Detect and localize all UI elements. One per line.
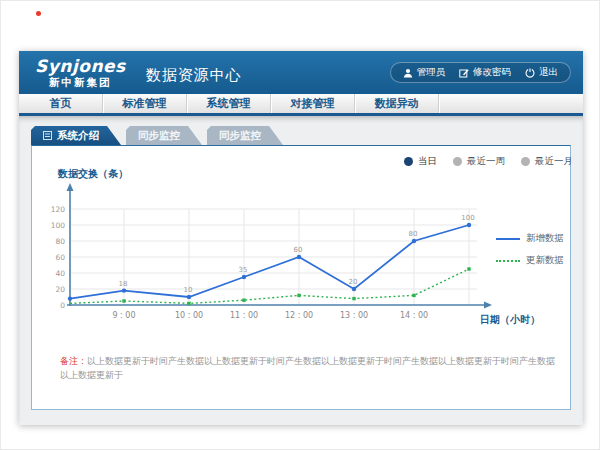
tab-system-intro-label: 系统介绍 [57,126,99,145]
data-point-label: 35 [239,266,248,274]
data-point [187,295,191,299]
admin-user-label: 管理员 [417,66,446,79]
nav-item-home[interactable]: 首页 [19,94,103,113]
y-tick-label: 20 [55,285,65,294]
brand-logo-en: Synjones [35,58,126,75]
tab-system-intro[interactable]: 系统介绍 [31,126,121,145]
y-axis-arrow [67,183,74,191]
x-tick-label: 10 : 00 [175,311,203,320]
nav-item-standard-mgmt[interactable]: 标准管理 [103,94,187,113]
data-point-label: 80 [409,230,418,238]
y-tick-label: 80 [55,237,65,246]
edit-icon [459,68,469,78]
x-tick-label: 12 : 00 [285,311,313,320]
data-point [412,239,416,243]
user-icon [403,68,413,78]
data-point-label: 18 [119,280,128,288]
logout-label: 退出 [539,66,558,79]
y-tick-label: 0 [60,301,65,310]
change-password-label: 修改密码 [473,66,511,79]
footer-note-text: 以上数据更新于时间产生数据以上数据更新于时间产生数据以上数据更新于时间产生数据以… [60,356,555,380]
data-point-label: 20 [349,278,358,286]
data-point [242,299,245,302]
header: Synjones 新中新集团 数据资源中心 管理员 修改密码 退出 [19,51,583,94]
x-tick-label: 14 : 00 [400,311,428,320]
document-icon [43,131,52,140]
chart-panel: 当日 最近一周 最近一月 0204060801001209 : 0010 : 0… [31,145,571,410]
admin-user-button[interactable]: 管理员 [403,66,446,79]
tab-sync-monitor-1[interactable]: 同步监控 [126,126,202,145]
exchange-line-chart: 0204060801001209 : 0010 : 0011 : 0012 : … [32,146,572,346]
series-line-1 [70,269,469,303]
logout-button[interactable]: 退出 [525,66,558,79]
footer-note-prefix: 备注： [60,356,87,366]
y-tick-label: 100 [51,221,66,230]
data-point-label: 10 [184,286,193,294]
legend-new-data-label: 新增数据 [526,232,564,245]
legend-new-data: 新增数据 [496,232,564,245]
data-point [242,275,246,279]
footer-note: 备注：以上数据更新于时间产生数据以上数据更新于时间产生数据以上数据更新于时间产生… [60,355,556,382]
solid-line-swatch [496,238,520,240]
legend-update-data-label: 更新数据 [526,254,564,267]
page: Synjones 新中新集团 数据资源中心 管理员 修改密码 退出 [0,0,600,450]
data-point [297,294,300,297]
data-point-label: 100 [461,214,474,222]
data-point [467,267,470,270]
chart-title: 数据交换（条） [57,168,128,179]
main-nav: 首页 标准管理 系统管理 对接管理 数据异动 [19,94,583,116]
red-dot [36,11,41,16]
data-point [122,288,126,292]
data-point [352,287,356,291]
brand-logo-cn: 新中新集团 [35,77,126,88]
series-legend: 新增数据 更新数据 [496,232,564,267]
data-point [187,302,190,305]
nav-item-interface-mgmt[interactable]: 对接管理 [271,94,355,113]
x-axis-title: 日期（小时） [480,314,540,325]
data-point [412,294,415,297]
tab-sync-monitor-1-label: 同步监控 [138,126,180,145]
brand-logo: Synjones 新中新集团 [35,58,126,88]
data-point [68,296,72,300]
data-point [297,255,301,259]
nav-item-system-mgmt[interactable]: 系统管理 [187,94,271,113]
page-title: 数据资源中心 [146,66,242,85]
x-tick-label: 11 : 00 [230,311,258,320]
y-tick-label: 60 [55,253,65,262]
data-point [352,297,355,300]
dotted-line-swatch [496,260,520,262]
x-tick-label: 9 : 00 [112,311,135,320]
tab-sync-monitor-2-label: 同步监控 [219,126,261,145]
data-point-label: 60 [294,246,303,254]
legend-update-data: 更新数据 [496,254,564,267]
data-point [122,299,125,302]
tab-sync-monitor-2[interactable]: 同步监控 [207,126,283,145]
x-axis-arrow [484,302,492,309]
y-tick-label: 120 [51,205,66,214]
tab-bar: 系统介绍 同步监控 同步监控 [31,126,583,145]
content-area: 系统介绍 同步监控 同步监控 当日 最 [19,116,583,422]
y-tick-label: 40 [55,269,65,278]
app-window: Synjones 新中新集团 数据资源中心 管理员 修改密码 退出 [19,51,583,425]
power-icon [525,68,535,78]
data-point [467,223,471,227]
x-tick-label: 13 : 00 [340,311,368,320]
change-password-button[interactable]: 修改密码 [459,66,511,79]
user-menu: 管理员 修改密码 退出 [390,62,572,83]
nav-item-data-change[interactable]: 数据异动 [355,94,439,113]
